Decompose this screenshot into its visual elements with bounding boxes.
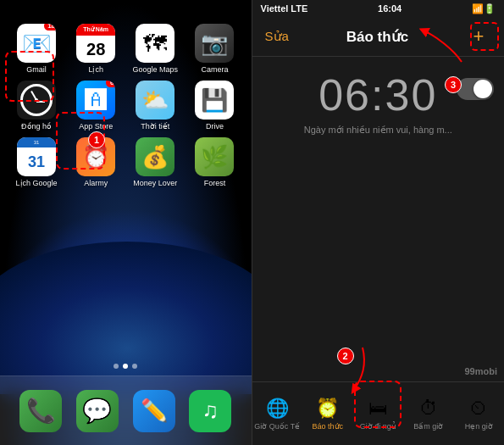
world-icon: 🌐 bbox=[266, 398, 289, 420]
alarm-title: Báo thức bbox=[346, 28, 408, 46]
app-icon-lich-google[interactable]: 31 31 Lịch Google bbox=[11, 137, 62, 187]
app-icon-lich[interactable]: Thứ Năm 28 Lịch bbox=[70, 24, 121, 74]
right-phone: Viettel LTE 16:04 📶🔋 Sửa Báo thức + 3 06… bbox=[252, 0, 505, 445]
alarm-icon: ⏰ bbox=[316, 398, 339, 420]
alarm-label: Báo thức bbox=[312, 422, 343, 431]
arrow-to-plus bbox=[419, 24, 470, 66]
world-label: Giờ Quốc Tế bbox=[254, 422, 300, 431]
dock-spotify[interactable]: ♫ bbox=[185, 390, 235, 432]
dot-2 bbox=[123, 364, 128, 369]
app-icon-camera[interactable]: 📷 Camera bbox=[189, 24, 240, 74]
dock: 📞 💬 ✏️ ♫ bbox=[0, 375, 252, 445]
tab-timer[interactable]: ⏲ Hẹn giờ bbox=[454, 398, 505, 431]
battery-icons-right: 📶🔋 bbox=[472, 3, 496, 14]
arrow-to-tab bbox=[320, 343, 388, 394]
app-row-3: 31 31 Lịch Google ⏰ Alarmy 💰 Money Lover bbox=[7, 137, 245, 187]
status-bar-right: Viettel LTE 16:04 📶🔋 bbox=[252, 0, 505, 17]
app-icon-drive[interactable]: 💾 Drive bbox=[189, 81, 240, 131]
page-dots bbox=[0, 364, 252, 369]
annotation-2: 2 bbox=[337, 348, 354, 364]
clock-highlight bbox=[5, 51, 54, 102]
plus-highlight bbox=[470, 22, 499, 51]
app-icon-forest[interactable]: 🌿 Forest bbox=[189, 137, 240, 187]
left-phone: Viettel LTE 16:04 📶🔋 📧 18 Gmail Thứ Năm … bbox=[0, 0, 252, 445]
app-icon-money-lover[interactable]: 💰 Money Lover bbox=[130, 137, 180, 187]
timer-icon: ⏲ bbox=[469, 398, 488, 420]
stopwatch-icon: ⏱ bbox=[419, 398, 438, 420]
watermark: 99mobi bbox=[464, 364, 497, 377]
app-grid: 📧 18 Gmail Thứ Năm 28 Lịch 🗺 Google M bbox=[0, 17, 252, 201]
earth-surface bbox=[0, 242, 252, 394]
dock-mail[interactable]: ✏️ bbox=[129, 390, 180, 432]
edit-button[interactable]: Sửa bbox=[265, 29, 289, 44]
dock-messages[interactable]: 💬 bbox=[72, 390, 123, 432]
app-icon-weather[interactable]: ⛅ Thời tiết bbox=[130, 81, 180, 131]
dot-1 bbox=[114, 364, 119, 369]
carrier-right: Viettel LTE bbox=[261, 3, 308, 14]
alarm-toggle[interactable] bbox=[457, 78, 494, 100]
dock-phone[interactable]: 📞 bbox=[15, 390, 66, 432]
app-icon-maps[interactable]: 🗺 Google Maps bbox=[130, 24, 180, 74]
annotation-1: 1 bbox=[88, 131, 105, 148]
timer-label: Hẹn giờ bbox=[465, 422, 493, 431]
tab-stopwatch[interactable]: ⏱ Bấm giờ bbox=[403, 398, 454, 431]
annotation-3: 3 bbox=[445, 76, 462, 93]
dot-3 bbox=[132, 364, 137, 369]
stopwatch-label: Bấm giờ bbox=[413, 422, 443, 431]
tab-alarm[interactable]: ⏰ Báo thức bbox=[302, 398, 353, 431]
alarm-subtitle: Ngày mới nhiều niềm vui, hàng m... bbox=[252, 125, 505, 144]
time-right: 16:04 bbox=[378, 3, 402, 14]
tab-world[interactable]: 🌐 Giờ Quốc Tế bbox=[252, 398, 303, 431]
